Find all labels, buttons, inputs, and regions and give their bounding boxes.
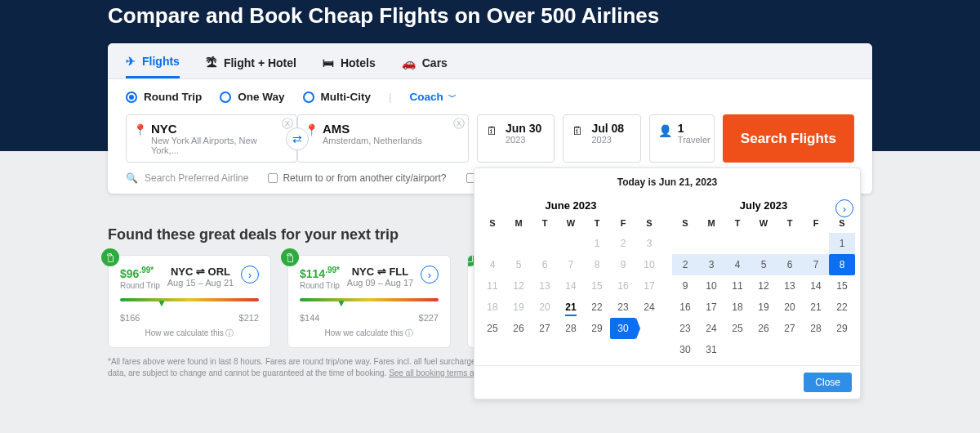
cal-day: 5 xyxy=(506,254,532,275)
cal-day[interactable]: 11 xyxy=(724,275,751,297)
cal-day[interactable]: 26 xyxy=(506,318,532,339)
checkbox-return-other[interactable]: Return to or from another city/airport? xyxy=(268,172,446,184)
checkbox-icon xyxy=(268,173,278,183)
cabin-select[interactable]: Coach﹀ xyxy=(410,91,457,103)
cal-day: 11 xyxy=(479,275,506,297)
tab-flights[interactable]: ✈Flights xyxy=(126,55,180,78)
search-flights-button[interactable]: Search Flights xyxy=(723,114,854,163)
cal-day: 4 xyxy=(479,254,506,275)
tab-flight-hotel[interactable]: 🏝Flight + Hotel xyxy=(206,56,296,78)
disclaimer-text: *All fares above were found in last 8 ho… xyxy=(108,348,516,379)
origin-code: NYC xyxy=(151,122,272,136)
cal-day[interactable]: 31 xyxy=(698,339,724,360)
radio-one-way[interactable]: One Way xyxy=(220,91,284,103)
cal-day[interactable]: 13 xyxy=(777,275,803,297)
tab-label: Hotels xyxy=(341,56,376,69)
cal-day[interactable]: 5 xyxy=(751,254,777,275)
cal-day[interactable]: 25 xyxy=(724,318,751,339)
calendar-month-1: June 2023 SMTWTFS 123 45678910 111213141… xyxy=(474,196,667,365)
cal-day[interactable]: 7 xyxy=(803,254,829,275)
chevron-down-icon: ﹀ xyxy=(448,92,457,103)
return-date-input[interactable]: 🗓 Jul 08 2023 xyxy=(563,114,640,163)
cal-day[interactable]: 2 xyxy=(672,254,698,275)
cal-day[interactable]: 24 xyxy=(698,318,724,339)
cal-day: 6 xyxy=(532,254,558,275)
cal-day[interactable]: 22 xyxy=(584,297,610,318)
origin-input[interactable]: ⓧ 📍 NYC New York All Airports, New York,… xyxy=(126,114,297,163)
cal-day[interactable]: 9 xyxy=(672,275,698,297)
cal-day[interactable]: 27 xyxy=(777,318,803,339)
cal-day[interactable]: 14 xyxy=(803,275,829,297)
hero-title: Compare and Book Cheap Flights on Over 5… xyxy=(108,0,872,43)
deal-route: NYC ⇌ FLL xyxy=(347,266,413,278)
cal-day: 19 xyxy=(506,297,532,318)
deal-arrow-icon[interactable]: › xyxy=(421,266,439,283)
price-marker-icon: ▼ xyxy=(336,297,346,309)
cal-day[interactable]: 23 xyxy=(672,318,698,339)
deal-card[interactable]: 🏷 $96.99* Round Trip NYC ⇌ ORL Aug 15 – … xyxy=(108,255,271,348)
calendar-today-text: Today is Jun 21, 2023 xyxy=(474,168,860,196)
cal-day: 14 xyxy=(558,275,584,297)
how-calculate-link[interactable]: How we calculate this ⓘ xyxy=(300,328,439,339)
cal-day[interactable]: 29 xyxy=(829,318,855,339)
cal-day: 1 xyxy=(584,233,610,254)
clear-destination-icon[interactable]: ⓧ xyxy=(453,117,465,132)
tab-label: Flights xyxy=(142,55,180,68)
cal-day[interactable]: 25 xyxy=(479,318,506,339)
tab-cars[interactable]: 🚗Cars xyxy=(402,56,448,78)
how-calculate-link[interactable]: How we calculate this ⓘ xyxy=(120,328,259,339)
cal-day[interactable]: 30 xyxy=(672,339,698,360)
cal-day[interactable]: 20 xyxy=(777,297,803,318)
cal-day[interactable]: 17 xyxy=(698,297,724,318)
cal-day-depart[interactable]: 30 xyxy=(610,318,636,339)
cal-day[interactable]: 10 xyxy=(698,275,724,297)
cal-day[interactable]: 6 xyxy=(777,254,803,275)
cal-day[interactable]: 28 xyxy=(803,318,829,339)
destination-full: Amsterdam, Netherlands xyxy=(323,136,443,145)
cal-day[interactable]: 15 xyxy=(829,275,855,297)
cal-day[interactable]: 23 xyxy=(610,297,636,318)
tab-label: Cars xyxy=(422,56,448,69)
car-icon: 🚗 xyxy=(402,56,416,69)
cal-day[interactable]: 29 xyxy=(584,318,610,339)
cal-day-return[interactable]: 8 xyxy=(829,254,855,275)
deal-arrow-icon[interactable]: › xyxy=(241,266,259,283)
radio-multi-city[interactable]: Multi-City xyxy=(303,91,372,103)
depart-date-input[interactable]: 🗓 Jun 30 2023 xyxy=(477,114,555,163)
radio-round-trip[interactable]: Round Trip xyxy=(126,91,202,103)
calendar-close-button[interactable]: Close xyxy=(804,373,852,392)
cal-day: 17 xyxy=(636,275,662,297)
cal-day[interactable]: 12 xyxy=(751,275,777,297)
search-icon: 🔍 xyxy=(126,172,138,184)
cal-day[interactable]: 4 xyxy=(724,254,751,275)
cal-day[interactable]: 19 xyxy=(751,297,777,318)
deal-card[interactable]: 🏷 $114.99* Round Trip NYC ⇌ FLL Aug 09 –… xyxy=(287,255,451,348)
calendar-icon: 🗓 xyxy=(572,124,583,137)
destination-input[interactable]: ⓧ 📍 AMS Amsterdam, Netherlands xyxy=(297,114,469,163)
cal-day: 10 xyxy=(636,254,662,275)
cal-day[interactable]: 22 xyxy=(829,297,855,318)
price-low: $144 xyxy=(300,313,319,323)
cal-day[interactable]: 27 xyxy=(532,318,558,339)
cal-day: 12 xyxy=(506,275,532,297)
deal-price: $114.99* xyxy=(300,267,340,280)
swap-button[interactable]: ⇄ xyxy=(286,127,309,150)
cal-day[interactable]: 26 xyxy=(751,318,777,339)
cal-day[interactable]: 1 xyxy=(829,233,855,254)
tab-hotels[interactable]: 🛏Hotels xyxy=(323,56,376,78)
cal-day: 20 xyxy=(532,297,558,318)
preferred-airline-input[interactable]: 🔍Search Preferred Airline xyxy=(126,172,248,184)
cal-day[interactable]: 24 xyxy=(636,297,662,318)
travelers-input[interactable]: 👤 1 Traveler xyxy=(649,114,715,163)
cal-day[interactable]: 28 xyxy=(558,318,584,339)
cal-day[interactable]: 3 xyxy=(698,254,724,275)
divider: | xyxy=(389,91,392,103)
cal-day[interactable]: 18 xyxy=(724,297,751,318)
cal-day[interactable]: 16 xyxy=(672,297,698,318)
cal-day[interactable]: 21 xyxy=(803,297,829,318)
tag-icon: 🏷 xyxy=(281,248,299,266)
calendar-next-button[interactable]: › xyxy=(835,199,853,217)
cal-day-today[interactable]: 21 xyxy=(558,297,584,318)
deal-route: NYC ⇌ ORL xyxy=(167,266,234,278)
origin-full: New York All Airports, New York,... xyxy=(151,136,272,155)
